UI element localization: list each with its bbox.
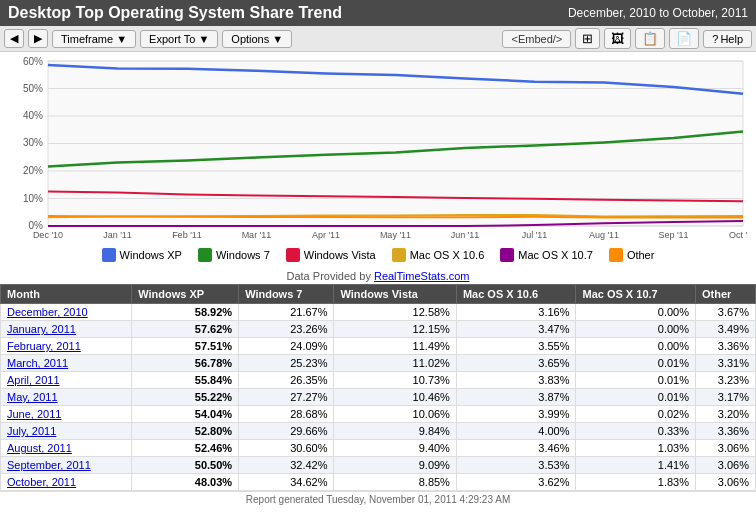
legend-item-mac107: Mac OS X 10.7	[500, 248, 593, 262]
table-cell-value: 9.84%	[334, 423, 456, 440]
table-cell-value: 3.36%	[696, 338, 756, 355]
table-cell-month: September, 2011	[1, 457, 132, 474]
table-cell-value: 1.83%	[576, 474, 696, 491]
svg-text:Jan '11: Jan '11	[103, 230, 132, 240]
col-header-mac107: Mac OS X 10.7	[576, 285, 696, 304]
export-button[interactable]: Export To ▼	[140, 30, 218, 48]
table-cell-month: October, 2011	[1, 474, 132, 491]
table-cell-value: 3.87%	[456, 389, 576, 406]
svg-text:Sep '11: Sep '11	[658, 230, 688, 240]
options-button[interactable]: Options ▼	[222, 30, 292, 48]
svg-text:40%: 40%	[23, 110, 43, 121]
month-link[interactable]: March, 2011	[7, 357, 68, 369]
svg-text:Apr '11: Apr '11	[312, 230, 340, 240]
table-cell-value: 9.40%	[334, 440, 456, 457]
icon-button-4[interactable]: 📄	[669, 28, 699, 49]
table-cell-value: 0.00%	[576, 321, 696, 338]
month-link[interactable]: January, 2011	[7, 323, 76, 335]
table-cell-value: 3.06%	[696, 440, 756, 457]
table-cell-value: 3.16%	[456, 304, 576, 321]
svg-text:50%: 50%	[23, 83, 43, 94]
svg-text:Dec '10: Dec '10	[33, 230, 63, 240]
table-cell-value: 12.58%	[334, 304, 456, 321]
table-cell-value: 48.03%	[132, 474, 239, 491]
month-link[interactable]: September, 2011	[7, 459, 91, 471]
chart-area: 60% 50% 40% 30% 20% 10% 0% Dec '10 Jan '…	[0, 52, 756, 268]
nav-prev-button[interactable]: ◀	[4, 29, 24, 48]
table-header: Month Windows XP Windows 7 Windows Vista…	[1, 285, 756, 304]
legend-label-w7: Windows 7	[216, 249, 270, 261]
table-row: March, 201156.78%25.23%11.02%3.65%0.01%3…	[1, 355, 756, 372]
data-provider-text: Data Provided by RealTimeStats.com	[0, 268, 756, 284]
table-cell-value: 12.15%	[334, 321, 456, 338]
table-cell-value: 3.20%	[696, 406, 756, 423]
table-cell-value: 0.01%	[576, 372, 696, 389]
table-cell-value: 58.92%	[132, 304, 239, 321]
table-cell-value: 0.00%	[576, 304, 696, 321]
month-link[interactable]: April, 2011	[7, 374, 60, 386]
table-cell-month: February, 2011	[1, 338, 132, 355]
table-cell-value: 3.99%	[456, 406, 576, 423]
table-cell-value: 11.49%	[334, 338, 456, 355]
month-link[interactable]: October, 2011	[7, 476, 76, 488]
legend-color-w7	[198, 248, 212, 262]
chart-legend: Windows XP Windows 7 Windows Vista Mac O…	[8, 244, 748, 266]
footer-text: Report generated Tuesday, November 01, 2…	[246, 494, 510, 505]
page-title: Desktop Top Operating System Share Trend	[8, 4, 342, 22]
table-cell-value: 55.84%	[132, 372, 239, 389]
table-cell-value: 10.46%	[334, 389, 456, 406]
month-link[interactable]: August, 2011	[7, 442, 72, 454]
table-cell-value: 0.33%	[576, 423, 696, 440]
month-link[interactable]: February, 2011	[7, 340, 81, 352]
table-cell-value: 57.51%	[132, 338, 239, 355]
table-cell-value: 10.73%	[334, 372, 456, 389]
table-cell-month: April, 2011	[1, 372, 132, 389]
legend-item-w7: Windows 7	[198, 248, 270, 262]
legend-color-xp	[102, 248, 116, 262]
toolbar-left: ◀ ▶ Timeframe ▼ Export To ▼ Options ▼	[4, 29, 292, 48]
chart-svg-container: 60% 50% 40% 30% 20% 10% 0% Dec '10 Jan '…	[8, 56, 748, 244]
nav-next-button[interactable]: ▶	[28, 29, 48, 48]
data-table: Month Windows XP Windows 7 Windows Vista…	[0, 284, 756, 491]
legend-color-other	[609, 248, 623, 262]
table-cell-month: December, 2010	[1, 304, 132, 321]
table-cell-value: 29.66%	[239, 423, 334, 440]
timeframe-button[interactable]: Timeframe ▼	[52, 30, 136, 48]
icon-button-3[interactable]: 📋	[635, 28, 665, 49]
month-link[interactable]: June, 2011	[7, 408, 61, 420]
table-cell-value: 21.67%	[239, 304, 334, 321]
month-link[interactable]: December, 2010	[7, 306, 88, 318]
toolbar: ◀ ▶ Timeframe ▼ Export To ▼ Options ▼ <E…	[0, 26, 756, 52]
help-icon: ?	[712, 33, 718, 45]
icon-button-1[interactable]: ⊞	[575, 28, 600, 49]
icon-button-2[interactable]: 🖼	[604, 28, 631, 49]
svg-text:Aug '11: Aug '11	[589, 230, 619, 240]
toolbar-right: <Embed/> ⊞ 🖼 📋 📄 ? Help	[502, 28, 752, 49]
table-cell-month: January, 2011	[1, 321, 132, 338]
col-header-mac106: Mac OS X 10.6	[456, 285, 576, 304]
svg-text:Jul '11: Jul '11	[522, 230, 548, 240]
table-cell-value: 1.41%	[576, 457, 696, 474]
legend-label-vista: Windows Vista	[304, 249, 376, 261]
table-cell-value: 3.47%	[456, 321, 576, 338]
table-cell-value: 23.26%	[239, 321, 334, 338]
svg-text:10%: 10%	[23, 193, 43, 204]
table-row: December, 201058.92%21.67%12.58%3.16%0.0…	[1, 304, 756, 321]
table-cell-value: 54.04%	[132, 406, 239, 423]
svg-text:30%: 30%	[23, 137, 43, 148]
table-header-row: Month Windows XP Windows 7 Windows Vista…	[1, 285, 756, 304]
col-header-month: Month	[1, 285, 132, 304]
embed-button[interactable]: <Embed/>	[502, 30, 571, 48]
data-provider-link[interactable]: RealTimeStats.com	[374, 270, 470, 282]
table-cell-month: August, 2011	[1, 440, 132, 457]
month-link[interactable]: May, 2011	[7, 391, 58, 403]
legend-label-mac106: Mac OS X 10.6	[410, 249, 485, 261]
table-row: June, 201154.04%28.68%10.06%3.99%0.02%3.…	[1, 406, 756, 423]
svg-text:20%: 20%	[23, 165, 43, 176]
table-cell-value: 3.06%	[696, 457, 756, 474]
help-button[interactable]: ? Help	[703, 30, 752, 48]
col-header-vista: Windows Vista	[334, 285, 456, 304]
month-link[interactable]: July, 2011	[7, 425, 56, 437]
table-cell-value: 0.01%	[576, 389, 696, 406]
table-cell-month: July, 2011	[1, 423, 132, 440]
